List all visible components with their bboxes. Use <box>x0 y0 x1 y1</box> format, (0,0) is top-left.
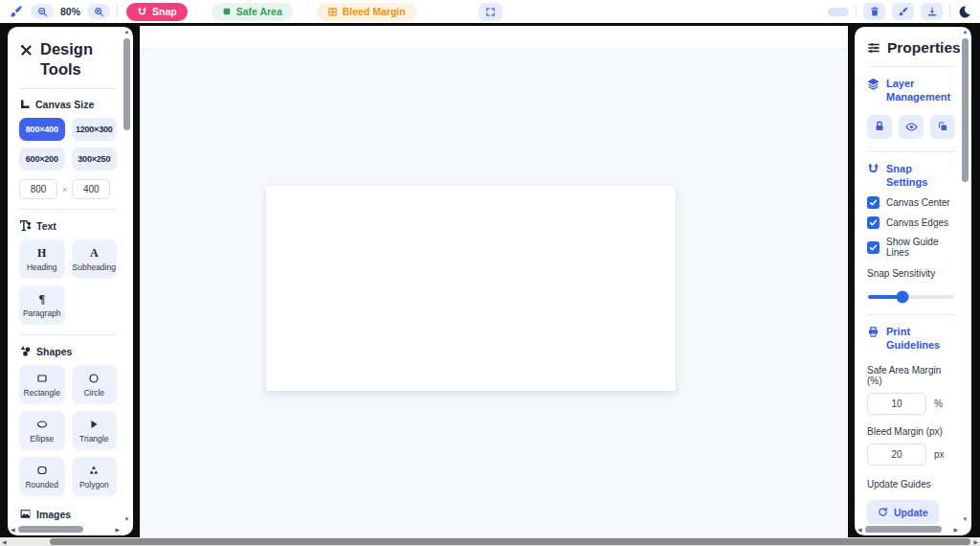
checkbox-checked[interactable] <box>867 241 880 254</box>
text-section-label: Text <box>19 219 117 232</box>
panel-title: Properties <box>887 39 961 57</box>
magnet-icon <box>867 163 880 175</box>
printer-icon <box>867 326 880 338</box>
layer-buttons <box>867 115 955 139</box>
rectangle-icon <box>36 373 48 384</box>
shapes-icon <box>19 345 32 357</box>
sliders-icon <box>867 41 880 55</box>
scroll-left-arrow[interactable]: ◀ <box>857 526 863 533</box>
app: 80% Snap Safe Area Bleed Margin <box>0 0 980 546</box>
scroll-down-arrow[interactable]: ▼ <box>124 515 130 524</box>
brush-icon <box>898 6 909 17</box>
canvas-edges-checkbox-row[interactable]: Canvas Edges <box>867 216 955 229</box>
scroll-up-arrow[interactable]: ▲ <box>124 28 130 36</box>
scrollbar-thumb[interactable] <box>123 38 130 130</box>
snap-toggle-button[interactable]: Snap <box>126 3 188 21</box>
design-canvas[interactable] <box>266 186 676 391</box>
scrollbar-thumb[interactable] <box>50 538 970 545</box>
canvas-height-input[interactable] <box>72 179 110 199</box>
scroll-right-arrow[interactable]: ▶ <box>114 526 121 533</box>
scrollbar-thumb[interactable] <box>18 526 83 533</box>
subheading-tool[interactable]: A Subheading <box>72 239 118 279</box>
layer-management-label: Layer Management <box>867 77 955 104</box>
circle-tool[interactable]: Circle <box>72 365 118 404</box>
scroll-up-arrow[interactable]: ▲ <box>963 28 969 36</box>
checkbox-checked[interactable] <box>867 196 880 209</box>
canvas-size-presets: 800×400 1200×300 600×200 300×250 <box>19 118 117 171</box>
canvas-area <box>140 26 848 537</box>
dark-mode-toggle[interactable] <box>957 5 971 19</box>
preset-600x200[interactable]: 600×200 <box>19 148 65 171</box>
circle-icon <box>88 373 100 384</box>
paragraph-glyph: ¶ <box>39 293 45 305</box>
tools-icon <box>19 43 33 57</box>
fullscreen-button[interactable] <box>479 3 502 21</box>
properties-panel: Properties Layer Management Sna <box>855 27 971 535</box>
right-panel-vertical-scrollbar[interactable]: ▲ ▼ <box>960 28 970 524</box>
canvas-center-checkbox-row[interactable]: Canvas Center <box>867 196 955 209</box>
mini-toggle[interactable] <box>828 8 849 16</box>
left-panel-vertical-scrollbar[interactable]: ▲ ▼ <box>122 28 132 524</box>
duplicate-button[interactable] <box>930 115 955 139</box>
preset-1200x300[interactable]: 1200×300 <box>72 118 118 141</box>
safe-area-button[interactable]: Safe Area <box>212 3 293 21</box>
bleed-margin-label: Bleed Margin (px) <box>867 426 955 437</box>
safe-area-margin-input[interactable] <box>867 393 926 415</box>
panel-title: Design Tools <box>40 39 117 79</box>
visibility-button[interactable] <box>899 115 924 139</box>
polygon-tool[interactable]: Polygon <box>72 457 118 496</box>
subheading-glyph: A <box>90 247 99 259</box>
download-button[interactable] <box>921 3 943 20</box>
slider-thumb[interactable] <box>897 291 909 304</box>
delete-button[interactable] <box>863 3 885 20</box>
scroll-right-arrow[interactable]: ▶ <box>952 526 959 533</box>
rounded-rect-tool[interactable]: Rounded <box>19 457 65 496</box>
update-guides-label: Update Guides <box>867 479 955 489</box>
custom-size-row: × <box>19 179 117 199</box>
show-guide-lines-checkbox-row[interactable]: Show Guide Lines <box>867 237 955 258</box>
page-horizontal-scrollbar[interactable]: ◀ ▶ <box>0 537 980 546</box>
percent-unit: % <box>934 398 943 409</box>
preset-800x400[interactable]: 800×400 <box>19 118 65 141</box>
magnet-icon <box>137 7 147 17</box>
canvas-size-section-label: Canvas Size <box>19 99 117 110</box>
eye-icon <box>905 121 918 133</box>
multiply-sign: × <box>62 185 67 194</box>
text-tiles: H Heading A Subheading ¶ Paragraph <box>19 239 117 325</box>
heading-tool[interactable]: H Heading <box>19 239 65 279</box>
workspace[interactable] <box>140 49 848 537</box>
triangle-tool[interactable]: Triangle <box>72 411 118 450</box>
panel-header: Properties <box>867 39 955 57</box>
canvas-width-input[interactable] <box>19 179 57 199</box>
scroll-left-arrow[interactable]: ◀ <box>10 526 16 533</box>
bleed-margin-input[interactable] <box>867 444 926 466</box>
toolbar-divider <box>856 5 857 18</box>
checkbox-checked[interactable] <box>867 216 880 229</box>
paragraph-tool[interactable]: ¶ Paragraph <box>19 285 65 325</box>
top-toolbar: 80% Snap Safe Area Bleed Margin <box>0 0 980 23</box>
preset-300x250[interactable]: 300×250 <box>72 148 118 171</box>
scroll-right-arrow[interactable]: ▶ <box>973 538 978 545</box>
snap-sensitivity-slider[interactable] <box>868 295 954 299</box>
scroll-left-arrow[interactable]: ◀ <box>2 538 7 545</box>
snap-settings-label: Snap Settings <box>867 162 955 190</box>
zoom-level: 80% <box>60 6 80 17</box>
scroll-down-arrow[interactable]: ▼ <box>963 515 969 524</box>
left-panel-horizontal-scrollbar[interactable]: ◀ ▶ <box>10 524 121 535</box>
ellipse-tool[interactable]: Ellipse <box>19 411 65 450</box>
right-panel-horizontal-scrollbar[interactable]: ◀ ▶ <box>857 524 959 535</box>
toolbar-divider <box>949 5 950 18</box>
lock-icon <box>874 121 885 132</box>
bleed-margin-button[interactable]: Bleed Margin <box>317 3 416 21</box>
safe-area-margin-label: Safe Area Margin (%) <box>867 365 955 386</box>
zoom-out-button[interactable] <box>31 4 54 19</box>
paint-button[interactable] <box>892 3 914 20</box>
snap-sensitivity-label: Snap Sensitivity <box>867 268 955 279</box>
scrollbar-thumb[interactable] <box>865 526 942 533</box>
trash-icon <box>869 6 880 17</box>
zoom-in-button[interactable] <box>87 4 110 19</box>
lock-button[interactable] <box>867 115 892 139</box>
update-guides-button[interactable]: Update <box>867 500 939 525</box>
rectangle-tool[interactable]: Rectangle <box>19 365 65 404</box>
scrollbar-thumb[interactable] <box>962 38 969 182</box>
